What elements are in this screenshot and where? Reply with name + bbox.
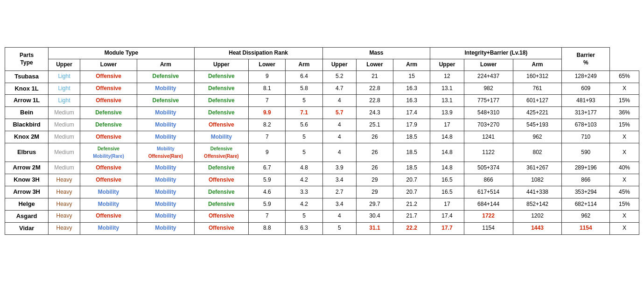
- mod-upper-cell: Offensive: [80, 95, 137, 107]
- mod-lower-cell: Mobility: [137, 210, 194, 222]
- mass-upper-cell: 24.3: [356, 107, 393, 119]
- int-lower-cell: 1082: [513, 174, 562, 186]
- int-upper-cell: 866: [464, 174, 513, 186]
- mod-upper-cell: Offensive: [80, 70, 137, 83]
- mech-name-cell: Arrow 3H: [5, 186, 49, 198]
- mass-lower-cell: 17.4: [393, 107, 430, 119]
- int-upper-cell: 1122: [464, 143, 513, 162]
- mass-upper-header: Upper: [322, 59, 356, 71]
- int-upper-cell: 775+177: [464, 95, 513, 107]
- mod-lower-cell: Mobility: [137, 131, 194, 143]
- mech-name-cell: Know 3H: [5, 174, 49, 186]
- mass-upper-cell: 22.8: [356, 83, 393, 95]
- mech-type-cell: Medium: [49, 162, 80, 174]
- mech-type-cell: Medium: [49, 119, 80, 131]
- int-lower-cell: 545+193: [513, 119, 562, 131]
- int-lower-cell: 1202: [513, 210, 562, 222]
- mass-lower-cell: 18.5: [393, 162, 430, 174]
- mod-lower-cell: Mobility: [137, 107, 194, 119]
- heat-arm-header: Arm: [286, 59, 322, 71]
- heat-arm-cell: 4: [322, 119, 356, 131]
- mod-upper-cell: Offensive: [80, 83, 137, 95]
- mass-header: Mass: [322, 48, 430, 59]
- mod-arm-cell: Defensive: [194, 83, 249, 95]
- mass-upper-cell: 22.8: [356, 95, 393, 107]
- mod-arm-cell: Defensive: [194, 95, 249, 107]
- module-type-header: Module Type: [49, 48, 194, 59]
- heat-arm-cell: 5.2: [322, 70, 356, 83]
- table-row: Arrow 2MMediumOffensiveMobilityDefensive…: [5, 162, 639, 174]
- mod-arm-cell: Mobility: [194, 131, 249, 143]
- int-arm-cell: 313+177: [562, 107, 610, 119]
- mass-lower-cell: 21.7: [393, 210, 430, 222]
- mass-upper-cell: 26: [356, 143, 393, 162]
- int-upper-cell: 617+514: [464, 186, 513, 198]
- heat-lower-cell: 6.4: [286, 70, 322, 83]
- table-row: Knox 1LLightOffensiveMobilityDefensive8.…: [5, 83, 639, 95]
- heat-lower-cell: 4.2: [286, 198, 322, 210]
- heat-arm-cell: 4: [322, 210, 356, 222]
- table-row: TsubasaLightOffensiveDefensiveDefensive9…: [5, 70, 639, 83]
- heat-upper-cell: 7: [249, 95, 286, 107]
- mod-arm-cell: Offensive: [194, 174, 249, 186]
- mech-type-cell: Medium: [49, 143, 80, 162]
- header-row-2: Upper Lower Arm Upper Lower Arm Upper Lo…: [5, 59, 639, 71]
- heat-upper-cell: 6.7: [249, 162, 286, 174]
- mass-lower-cell: 20.7: [393, 174, 430, 186]
- mass-lower-cell: 16.3: [393, 95, 430, 107]
- mech-type-cell: Heavy: [49, 210, 80, 222]
- int-lower-cell: 160+312: [513, 70, 562, 83]
- barrier-pct-cell: X: [610, 174, 639, 186]
- mass-arm-cell: 17.7: [430, 222, 464, 234]
- table-row: ElbrusMediumDefensiveMobility(Rare)Mobil…: [5, 143, 639, 162]
- parts-type-header: Parts Type: [5, 48, 49, 70]
- mass-upper-cell: 26: [356, 131, 393, 143]
- table-row: Arrow 3HHeavyMobilityMobilityDefensive4.…: [5, 186, 639, 198]
- int-upper-cell: 505+374: [464, 162, 513, 174]
- mod-upper-cell: Mobility: [80, 186, 137, 198]
- barrier-pct-header: Barrier%: [562, 48, 610, 70]
- heat-upper-header: Upper: [194, 59, 249, 71]
- mass-upper-cell: 21: [356, 70, 393, 83]
- int-upper-cell: 1154: [464, 222, 513, 234]
- barrier-pct-cell: 36%: [610, 107, 639, 119]
- heat-lower-cell: 5.6: [286, 119, 322, 131]
- mod-upper-cell: Mobility: [80, 222, 137, 234]
- int-upper-cell: 703+270: [464, 119, 513, 131]
- int-lower-cell: 425+221: [513, 107, 562, 119]
- heat-lower-cell: 4.2: [286, 174, 322, 186]
- barrier-pct-cell: 15%: [610, 198, 639, 210]
- mech-name-cell: Elbrus: [5, 143, 49, 162]
- heat-arm-cell: 5: [322, 222, 356, 234]
- mod-arm-cell: DefensiveOffensive(Rare): [194, 143, 249, 162]
- int-upper-cell: 224+437: [464, 70, 513, 83]
- heat-upper-cell: 9: [249, 143, 286, 162]
- int-lower-cell: 852+142: [513, 198, 562, 210]
- mech-name-cell: Tsubasa: [5, 70, 49, 83]
- heat-arm-cell: 3.9: [322, 162, 356, 174]
- heat-upper-cell: 8.8: [249, 222, 286, 234]
- mech-name-cell: Blackbird: [5, 119, 49, 131]
- heat-upper-cell: 4.6: [249, 186, 286, 198]
- int-arm-cell: 682+114: [562, 198, 610, 210]
- table-row: Knox 2MMediumOffensiveMobilityMobility75…: [5, 131, 639, 143]
- mod-arm-cell: Defensive: [194, 70, 249, 83]
- mod-lower-cell: Mobility: [137, 198, 194, 210]
- heat-lower-cell: 5: [286, 95, 322, 107]
- int-arm-cell: 1154: [562, 222, 610, 234]
- barrier-pct-cell: 15%: [610, 119, 639, 131]
- mech-stats-table: Parts Type Module Type Heat Dissipation …: [5, 47, 639, 234]
- heat-lower-cell: 5: [286, 143, 322, 162]
- heat-upper-cell: 8.2: [249, 119, 286, 131]
- int-arm-cell: 590: [562, 143, 610, 162]
- mod-upper-cell: DefensiveMobility(Rare): [80, 143, 137, 162]
- mass-upper-cell: 29.7: [356, 198, 393, 210]
- header-row-1: Parts Type Module Type Heat Dissipation …: [5, 48, 639, 59]
- mass-arm-cell: 12: [430, 70, 464, 83]
- heat-arm-cell: 4: [322, 131, 356, 143]
- mass-arm-cell: 13.1: [430, 83, 464, 95]
- int-arm-header: Arm: [513, 59, 562, 71]
- mass-arm-cell: 16.5: [430, 174, 464, 186]
- mass-lower-cell: 22.2: [393, 222, 430, 234]
- mass-upper-cell: 31.1: [356, 222, 393, 234]
